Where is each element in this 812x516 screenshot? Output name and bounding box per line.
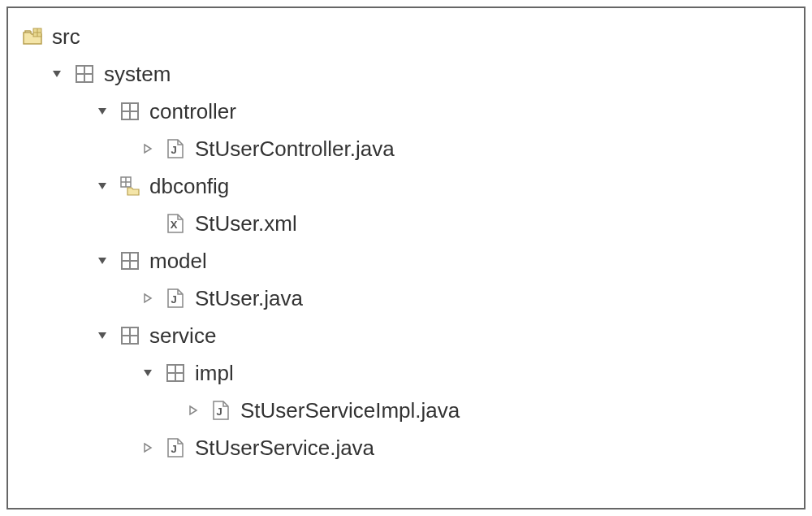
expand-arrow-icon[interactable] bbox=[138, 363, 158, 383]
java-file-icon: J bbox=[164, 287, 187, 310]
tree-node-stuserxml[interactable]: X StUser.xml bbox=[21, 205, 791, 242]
tree-node-controller[interactable]: controller bbox=[21, 93, 791, 130]
tree-label: StUserService.java bbox=[195, 436, 374, 461]
tree-node-stuserservice[interactable]: J StUserService.java bbox=[21, 429, 791, 466]
tree-label: StUser.java bbox=[195, 286, 303, 311]
package-icon bbox=[73, 63, 96, 85]
collapse-arrow-icon[interactable] bbox=[138, 288, 158, 308]
svg-text:J: J bbox=[171, 293, 176, 306]
tree-node-impl[interactable]: impl bbox=[21, 354, 791, 392]
tree-node-system[interactable]: system bbox=[21, 55, 791, 93]
tree-node-stusercontroller[interactable]: J StUserController.java bbox=[21, 130, 791, 167]
expand-arrow-icon[interactable] bbox=[93, 326, 112, 345]
tree-label: StUser.xml bbox=[195, 211, 297, 236]
java-file-icon: J bbox=[164, 137, 187, 160]
svg-text:J: J bbox=[216, 405, 222, 418]
package-icon bbox=[119, 324, 141, 347]
tree-label: model bbox=[149, 249, 207, 274]
xml-file-icon: X bbox=[164, 212, 187, 235]
svg-text:J: J bbox=[171, 144, 176, 156]
expand-arrow-icon[interactable] bbox=[93, 102, 112, 121]
tree-label: controller bbox=[149, 99, 236, 124]
expand-arrow-icon[interactable] bbox=[93, 176, 112, 196]
package-icon bbox=[164, 362, 187, 384]
expand-arrow-icon[interactable] bbox=[93, 251, 112, 271]
tree-node-model[interactable]: model bbox=[21, 242, 791, 280]
svg-text:X: X bbox=[171, 219, 178, 231]
package-folder-icon bbox=[119, 175, 141, 197]
collapse-arrow-icon[interactable] bbox=[138, 139, 158, 158]
tree-node-dbconfig[interactable]: dbconfig bbox=[21, 167, 791, 205]
project-tree: src system controller bbox=[6, 7, 806, 509]
java-file-icon: J bbox=[164, 436, 187, 459]
expand-arrow-icon[interactable] bbox=[47, 64, 67, 84]
package-icon bbox=[119, 100, 141, 123]
collapse-arrow-icon[interactable] bbox=[184, 401, 203, 420]
source-folder-icon bbox=[21, 25, 44, 48]
tree-label: dbconfig bbox=[149, 174, 229, 199]
tree-label: src bbox=[52, 24, 80, 50]
tree-node-src[interactable]: src bbox=[21, 18, 791, 55]
svg-text:J: J bbox=[171, 443, 176, 455]
collapse-arrow-icon[interactable] bbox=[138, 438, 158, 457]
tree-label: impl bbox=[195, 361, 234, 386]
tree-node-stuserjava[interactable]: J StUser.java bbox=[21, 280, 791, 317]
tree-node-service[interactable]: service bbox=[21, 317, 791, 354]
tree-label: StUserServiceImpl.java bbox=[240, 398, 460, 423]
java-file-icon: J bbox=[209, 399, 232, 422]
tree-label: system bbox=[104, 62, 171, 87]
tree-label: StUserController.java bbox=[195, 137, 395, 162]
package-icon bbox=[119, 249, 141, 272]
tree-label: service bbox=[149, 323, 216, 349]
tree-node-stuserserviceimpl[interactable]: J StUserServiceImpl.java bbox=[21, 392, 791, 429]
